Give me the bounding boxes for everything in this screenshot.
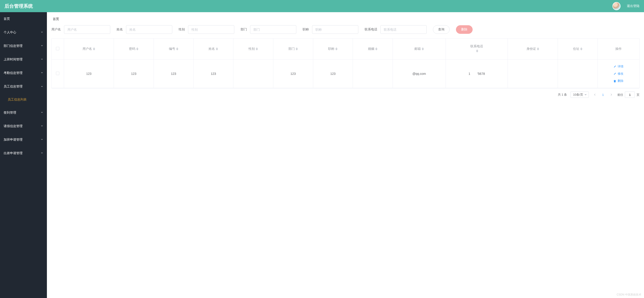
column-department[interactable]: 部门 — [273, 38, 313, 60]
sidebar-item-employee[interactable]: 员工信息管理 — [0, 80, 47, 93]
filter-label: 职称 — [302, 28, 309, 32]
name-input[interactable] — [126, 25, 172, 34]
sidebar-item-label: 加班申请管理 — [4, 138, 22, 142]
app-title: 后台管理系统 — [4, 3, 612, 9]
sidebar-item-personal[interactable]: 个人中心 — [0, 26, 47, 39]
topbar: 后台管理系统 退出登陆 — [0, 0, 644, 12]
cell-department: 123 — [273, 60, 313, 88]
sidebar-item-label: 首页 — [4, 17, 10, 21]
page-current[interactable]: 1 — [601, 93, 605, 96]
sidebar-item-label: 个人中心 — [4, 30, 16, 34]
pagination: 共 1 条 10条/页 1 前往 页 — [52, 92, 640, 98]
action-detail[interactable]: 详情 — [613, 64, 624, 68]
sidebar-item-overtime[interactable]: 加班申请管理 — [0, 133, 47, 146]
chevron-up-icon — [40, 85, 43, 88]
jobtitle-input[interactable] — [312, 25, 358, 34]
filter-label: 姓名 — [116, 28, 123, 32]
main-content: 首页 用户名 姓名 性别 部门 职称 联 — [47, 12, 644, 298]
sidebar-item-label: 签到管理 — [4, 111, 16, 115]
page-size-select[interactable]: 10条/页 — [570, 92, 588, 98]
cell-phone: 1 '5678 — [446, 60, 508, 88]
column-email[interactable]: 邮箱 — [392, 38, 446, 60]
table-row: 123 123 123 123 123 123 @qq.com 1 '5678 — [52, 60, 639, 88]
column-name[interactable]: 姓名 — [194, 38, 234, 60]
sidebar-item-attendance[interactable]: 考勤信息管理 — [0, 66, 47, 80]
sidebar-item-label: 上班时间管理 — [4, 58, 22, 62]
sort-icon — [296, 46, 298, 52]
action-edit[interactable]: 修改 — [613, 72, 624, 76]
filter-label: 用户名 — [52, 28, 61, 32]
chevron-down-icon — [40, 138, 43, 142]
sidebar-item-label: 员工信息管理 — [4, 84, 22, 88]
sort-icon — [256, 46, 258, 52]
sidebar-item-label: 员工信息列表 — [8, 98, 26, 102]
chevron-down-icon — [40, 111, 43, 114]
data-table: 用户名 密码 编号 姓名 性别 部门 职称 婚姻 邮箱 联系电话 身份证 住址 … — [52, 38, 640, 88]
cell-marriage — [353, 60, 393, 88]
table-header-row: 用户名 密码 编号 姓名 性别 部门 职称 婚姻 邮箱 联系电话 身份证 住址 … — [52, 38, 639, 60]
sidebar-item-label: 请假信息管理 — [4, 124, 22, 128]
cell-checkbox — [52, 60, 64, 88]
gender-input[interactable] — [188, 25, 234, 34]
sidebar-item-leave[interactable]: 请假信息管理 — [0, 120, 47, 133]
column-phone[interactable]: 联系电话 — [446, 38, 508, 60]
chevron-down-icon — [40, 58, 43, 61]
action-delete[interactable]: 删除 — [613, 79, 624, 83]
sidebar-item-label: 部门信息管理 — [4, 44, 22, 48]
sidebar-item-department[interactable]: 部门信息管理 — [0, 39, 47, 53]
sort-icon — [422, 46, 424, 52]
chevron-down-icon — [40, 124, 43, 128]
filter-name: 姓名 — [116, 25, 172, 34]
sidebar-item-label: 出差申请管理 — [4, 151, 22, 155]
sidebar-item-checkin[interactable]: 签到管理 — [0, 106, 47, 120]
cell-jobtitle: 123 — [313, 60, 353, 88]
cell-username: 123 — [64, 60, 114, 88]
page-prev[interactable] — [592, 93, 597, 96]
delete-button[interactable]: 删除 — [456, 25, 473, 34]
sort-icon — [375, 46, 378, 52]
sidebar-subitem-employee-list[interactable]: 员工信息列表 — [0, 93, 47, 106]
column-password[interactable]: 密码 — [114, 38, 154, 60]
column-jobtitle[interactable]: 职称 — [313, 38, 353, 60]
username-input[interactable] — [64, 25, 110, 34]
page-next[interactable] — [609, 93, 614, 96]
phone-input[interactable] — [380, 25, 427, 34]
column-actions: 操作 — [598, 38, 639, 60]
filter-department: 部门 — [240, 25, 296, 34]
row-checkbox[interactable] — [56, 72, 59, 75]
sidebar-item-businesstrip[interactable]: 出差申请管理 — [0, 146, 47, 160]
sidebar-item-home[interactable]: 首页 — [0, 12, 47, 26]
cell-code: 123 — [154, 60, 194, 88]
sidebar-item-label: 考勤信息管理 — [4, 71, 22, 75]
column-address[interactable]: 住址 — [558, 38, 598, 60]
sidebar: 首页 个人中心 部门信息管理 上班时间管理 考勤信息管理 员工信息管理 员工信息… — [0, 12, 47, 298]
column-gender[interactable]: 性别 — [234, 38, 273, 60]
sort-icon — [335, 46, 338, 52]
chevron-down-icon — [40, 44, 43, 48]
column-code[interactable]: 编号 — [154, 38, 194, 60]
search-button[interactable]: 查询 — [433, 25, 450, 34]
checkbox-all[interactable] — [56, 47, 59, 50]
chevron-down-icon — [40, 31, 43, 34]
column-username[interactable]: 用户名 — [64, 38, 114, 60]
sidebar-item-worktime[interactable]: 上班时间管理 — [0, 53, 47, 66]
sort-icon — [136, 46, 138, 52]
logout-button[interactable]: 退出登陆 — [627, 4, 640, 8]
department-input[interactable] — [250, 25, 296, 34]
filter-gender: 性别 — [178, 25, 234, 34]
sort-icon — [216, 46, 218, 52]
sort-icon — [580, 46, 582, 52]
filter-label: 部门 — [240, 28, 247, 32]
edit-icon — [613, 72, 616, 75]
page-jump-input[interactable] — [625, 92, 635, 98]
filter-label: 联系电话 — [364, 28, 377, 32]
filter-form: 用户名 姓名 性别 部门 职称 联系电话 查询 — [52, 25, 640, 34]
cell-gender — [234, 60, 273, 88]
cell-email: @qq.com — [392, 60, 446, 88]
pagination-total: 共 1 条 — [558, 93, 567, 97]
breadcrumb: 首页 — [53, 17, 638, 21]
column-marriage[interactable]: 婚姻 — [353, 38, 393, 60]
avatar[interactable] — [612, 2, 620, 10]
column-idcard[interactable]: 身份证 — [508, 38, 558, 60]
sort-icon — [93, 46, 95, 52]
